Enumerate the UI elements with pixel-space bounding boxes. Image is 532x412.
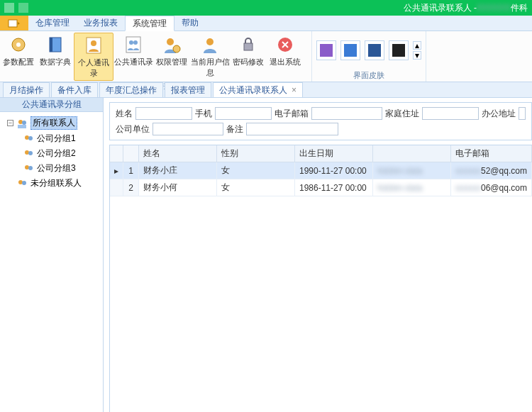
svg-point-10 (129, 40, 133, 45)
tree-child-2[interactable]: 公司分组2 (3, 146, 100, 161)
group-icon (23, 133, 34, 145)
rbtn-params[interactable]: 参数配置 (0, 33, 37, 81)
input-company[interactable] (153, 123, 223, 135)
dtab-report[interactable]: 报表管理 (165, 82, 211, 97)
rbtn-dict[interactable]: 数据字典 (37, 33, 74, 81)
svg-point-12 (167, 38, 174, 45)
menu-tab-help[interactable]: 帮助 (174, 16, 206, 30)
tree-ungrouped-label: 未分组联系人 (31, 177, 82, 189)
menu-tab-system[interactable]: 系统管理 (125, 16, 174, 31)
cell-email: xxxxxx52@qq.com (451, 162, 532, 179)
cell-col4: hidden-data (373, 179, 451, 196)
tree-child-3[interactable]: 公司分组3 (3, 161, 100, 176)
sidebar: 公共通讯录分组 − 所有联系人 公司分组1 公司分组2 公司分组3 (0, 98, 104, 412)
input-phone[interactable] (215, 107, 272, 120)
svg-point-22 (22, 121, 26, 125)
table-row[interactable]: 2 财务小何 女 1986-11-27 00:00 hidden-data xx… (110, 179, 532, 196)
skin-swatch-4[interactable] (389, 40, 409, 60)
col-dob[interactable]: 出生日期 (295, 145, 373, 162)
dtab-contacts[interactable]: 公共通讯录联系人 × (213, 82, 303, 97)
rbtn-exit[interactable]: 退出系统 (267, 33, 304, 81)
svg-point-25 (28, 136, 33, 140)
col-email[interactable]: 电子邮箱 (451, 145, 532, 162)
menu-tab-report[interactable]: 业务报表 (77, 16, 125, 30)
group-icon (23, 163, 34, 174)
person-book-icon (83, 35, 104, 56)
svg-rect-23 (18, 125, 26, 128)
collapse-icon[interactable]: − (7, 120, 13, 126)
input-name[interactable] (135, 107, 192, 120)
file-menu[interactable] (0, 16, 28, 30)
svg-rect-17 (320, 44, 333, 57)
label-remark: 备注 (226, 123, 243, 135)
tree-child-label: 公司分组2 (37, 147, 76, 160)
group-icon (23, 148, 34, 160)
app-icon (4, 3, 14, 13)
input-office[interactable] (519, 107, 526, 120)
svg-rect-0 (4, 3, 14, 13)
rbtn-password[interactable]: 密码修改 (230, 33, 267, 81)
svg-point-30 (18, 180, 23, 184)
rbtn-public-contacts[interactable]: 公共通讯录 (113, 33, 153, 81)
qat-icon[interactable] (18, 3, 28, 13)
ribbon-group-label-skin: 界面皮肤 (312, 69, 426, 82)
svg-point-13 (173, 45, 180, 52)
input-home[interactable] (422, 107, 479, 120)
cell-email: xxxxxx06@qq.com (451, 179, 532, 196)
lock-icon (238, 34, 259, 55)
menu-bar: 仓库管理 业务报表 系统管理 帮助 (0, 16, 532, 31)
svg-rect-20 (392, 44, 405, 57)
dtab-annual[interactable]: 年度汇总操作 (99, 82, 163, 97)
tree-child-label: 公司分组3 (37, 162, 76, 174)
rbtn-permission[interactable]: 权限管理 (153, 33, 190, 81)
group-icon (16, 178, 28, 189)
dtab-stock[interactable]: 备件入库 (51, 82, 98, 97)
col-name[interactable]: 姓名 (139, 145, 217, 162)
skin-swatch-2[interactable] (340, 40, 360, 60)
svg-point-11 (133, 40, 138, 45)
gear-icon (8, 34, 29, 55)
cell-dob: 1990-11-27 00:00 (295, 162, 373, 179)
tree-root[interactable]: − 所有联系人 (3, 115, 100, 131)
tree-child-1[interactable]: 公司分组1 (3, 131, 100, 146)
cell-col4: hidden-data (373, 162, 451, 179)
label-phone: 手机 (195, 108, 212, 120)
menu-tab-warehouse[interactable]: 仓库管理 (28, 16, 77, 30)
book-icon (45, 34, 66, 55)
col-gender[interactable]: 性别 (217, 145, 295, 162)
svg-rect-1 (18, 3, 28, 13)
filter-panel: 姓名 手机 电子邮箱 家庭住址 办公地址 公司单位 备注 (109, 102, 532, 140)
svg-rect-18 (344, 44, 357, 57)
skin-scroll-up[interactable]: ▴ (413, 41, 421, 50)
user-info-icon (199, 34, 221, 55)
svg-point-31 (22, 181, 26, 185)
cell-gender: 女 (217, 162, 295, 179)
main-panel: 姓名 手机 电子邮箱 家庭住址 办公地址 公司单位 备注 (104, 98, 532, 412)
svg-point-8 (91, 40, 96, 46)
close-icon[interactable]: × (292, 85, 297, 95)
dtab-month[interactable]: 月结操作 (3, 82, 50, 97)
cell-dob: 1986-11-27 00:00 (295, 179, 373, 196)
exit-icon (275, 34, 296, 55)
tree-ungrouped[interactable]: 未分组联系人 (3, 176, 100, 191)
input-remark[interactable] (246, 123, 338, 135)
svg-point-27 (28, 151, 33, 155)
skin-swatch-3[interactable] (365, 40, 384, 60)
col-blank[interactable] (373, 145, 451, 162)
label-email: 电子邮箱 (275, 108, 309, 120)
dtab-contacts-label: 公共通讯录联系人 (219, 84, 287, 96)
skin-scroll-down[interactable]: ▾ (413, 51, 421, 60)
rbtn-current-user[interactable]: 当前用户信息 (190, 33, 230, 81)
input-email[interactable] (311, 107, 382, 120)
row-num: 1 (123, 162, 139, 179)
svg-point-28 (25, 165, 29, 169)
contacts-grid: 姓名 性别 出生日期 电子邮箱 ▸ 1 财务小庄 女 1990-11-27 00… (109, 145, 532, 412)
svg-point-24 (25, 135, 29, 140)
rbtn-personal-contacts[interactable]: 个人通讯录 (74, 33, 113, 81)
svg-point-26 (25, 150, 29, 155)
cell-name: 财务小庄 (139, 162, 217, 179)
skin-swatch-1[interactable] (316, 40, 336, 60)
label-company: 公司单位 (116, 123, 150, 135)
table-row[interactable]: ▸ 1 财务小庄 女 1990-11-27 00:00 hidden-data … (110, 162, 532, 179)
svg-rect-2 (9, 20, 17, 27)
